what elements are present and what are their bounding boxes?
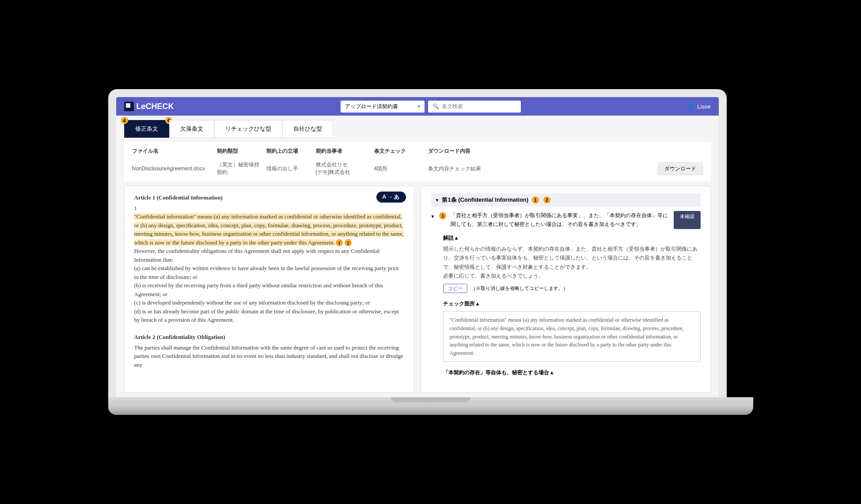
tab-bar: 4 修正条文 4 欠落条文 リチェックひな型 自社ひな型 — [124, 120, 711, 138]
laptop-base — [108, 397, 753, 415]
clause-however: However, the confidentiality obligations… — [134, 247, 404, 264]
check-count: 4箇所 — [374, 165, 423, 173]
col-download-content: ダウンロード内容 — [428, 147, 516, 155]
caret-down-icon[interactable]: ▼ — [431, 211, 435, 229]
tab-missing[interactable]: 欠落条文 — [169, 120, 214, 138]
position: 情報の出し手 — [266, 165, 311, 173]
check-location-label[interactable]: チェック箇所 ▴ — [443, 300, 701, 308]
document-body: Article 1 (Confidential Information) 1 "… — [134, 193, 404, 369]
line-num: 1 — [134, 204, 404, 213]
dropdown-label: アップロード済契約書 — [345, 103, 398, 110]
parties: 株式会社リセ [デモ]株式会社 — [316, 161, 369, 176]
contract-type: （英文）秘密保持契約 — [217, 161, 261, 176]
clause-b: (b) is received by the receiving party f… — [134, 281, 404, 298]
review-pane[interactable]: ▼ 第1条 (Confidential Information) 1 2 ▼ 1… — [421, 186, 711, 393]
app-logo[interactable]: LeCHECK — [124, 102, 174, 111]
top-bar: LeCHECK アップロード済契約書 ▾ 🔍 条文検索 👤 Lisse — [116, 97, 719, 116]
language-toggle-button[interactable]: A → あ — [376, 192, 406, 203]
tab-label: 修正条文 — [135, 125, 158, 132]
col-check: 条文チェック — [374, 147, 423, 155]
clause-d: (d) is or has already become part of the… — [134, 307, 404, 324]
file-headers: ファイル名 契約類型 契約上の立場 契約当事者 条文チェック ダウンロード内容 — [132, 147, 703, 155]
tab-recheck-template[interactable]: リチェックひな型 — [214, 120, 282, 138]
copy-note: （※取り消し線を省略してコピーします。） — [471, 285, 568, 292]
file-info-panel: ファイル名 契約類型 契約上の立場 契約当事者 条文チェック ダウンロード内容 … — [124, 142, 711, 181]
article-2-title: Article 2 (Confidentiality Obligation) — [134, 333, 404, 342]
search-placeholder: 条文検索 — [442, 103, 463, 110]
clause-a: (a) can be established by written eviden… — [134, 264, 404, 281]
explanation-label[interactable]: 解説 ▴ — [443, 234, 701, 242]
file-row: NonDisclosureAgreement.docx （英文）秘密保持契約 情… — [132, 161, 703, 176]
article-1-title: Article 1 (Confidential Information) — [134, 193, 404, 202]
item-text: 「貴社と相手方（受領当事者）が取引関係にある事実」、また、「本契約の存在自体」等… — [451, 211, 670, 229]
review-section-header[interactable]: ▼ 第1条 (Confidential Information) 1 2 — [431, 193, 701, 207]
laptop-frame: LeCHECK アップロード済契約書 ▾ 🔍 条文検索 👤 Lisse — [108, 89, 727, 397]
user-name: Lisse — [697, 103, 710, 110]
copy-button[interactable]: コピー — [443, 284, 467, 293]
col-type: 契約類型 — [217, 147, 261, 155]
quoted-clause: "Confidential information" means (a) any… — [443, 311, 701, 362]
section-badge-2[interactable]: 2 — [543, 196, 550, 203]
document-pane[interactable]: A → あ Article 1 (Confidential Informatio… — [124, 186, 414, 393]
section-badge-1[interactable]: 1 — [532, 196, 539, 203]
search-input[interactable]: 🔍 条文検索 — [428, 101, 521, 113]
status-badge[interactable]: 未確認 — [674, 211, 701, 229]
chevron-down-icon: ▾ — [417, 103, 420, 109]
user-icon: 👤 — [687, 103, 694, 110]
download-button[interactable]: ダウンロード — [658, 162, 703, 175]
annotation-badge-2[interactable]: 2 — [345, 239, 352, 246]
section-title: 第1条 (Confidential Information) — [442, 196, 528, 204]
user-menu[interactable]: 👤 Lisse — [687, 103, 710, 110]
brand-text: LeCHECK — [137, 102, 174, 111]
app-screen: LeCHECK アップロード済契約書 ▾ 🔍 条文検索 👤 Lisse — [116, 97, 719, 397]
item-badge: 1 — [439, 212, 446, 219]
annotation-badge-1[interactable]: 1 — [336, 239, 343, 246]
col-position: 契約上の立場 — [266, 147, 311, 155]
tab-corrections[interactable]: 4 修正条文 4 — [124, 120, 169, 138]
highlighted-clause[interactable]: "Confidential information" means (a) any… — [134, 213, 404, 246]
check-item-1: ▼ 1 「貴社と相手方（受領当事者）が取引関係にある事実」、また、「本契約の存在… — [431, 211, 701, 229]
download-content: 条文内容チェック結果 — [428, 165, 516, 173]
col-filename: ファイル名 — [132, 147, 212, 155]
article-2-body: The parties shall manage the Confidentia… — [134, 343, 404, 369]
clause-c: (c) is developed independently without t… — [134, 298, 404, 307]
topbar-center: アップロード済契約書 ▾ 🔍 条文検索 — [181, 101, 681, 113]
copy-row: コピー （※取り消し線を省略してコピーします。） — [443, 284, 701, 293]
split-panes: A → あ Article 1 (Confidential Informatio… — [124, 186, 711, 393]
contract-dropdown[interactable]: アップロード済契約書 ▾ — [341, 101, 425, 113]
main-content: 4 修正条文 4 欠落条文 リチェックひな型 自社ひな型 ファイル名 契約類型 … — [116, 116, 719, 397]
col-parties: 契約当事者 — [316, 147, 369, 155]
tab-own-template[interactable]: 自社ひな型 — [282, 120, 333, 138]
caret-down-icon: ▼ — [435, 198, 440, 203]
explanation-text: 開示した何らかの情報のみならず、本契約の存在自体、また、貴社と相手方（受領当事者… — [443, 244, 701, 281]
search-icon: 🔍 — [432, 103, 439, 109]
footer-section-label[interactable]: 「本契約の存在」等自体も、秘密とする場合 ▴ — [443, 369, 701, 376]
filename: NonDisclosureAgreement.docx — [132, 165, 212, 172]
logo-icon — [124, 102, 134, 111]
laptop-notch — [391, 397, 470, 402]
tab-badge: 4 — [121, 117, 128, 124]
